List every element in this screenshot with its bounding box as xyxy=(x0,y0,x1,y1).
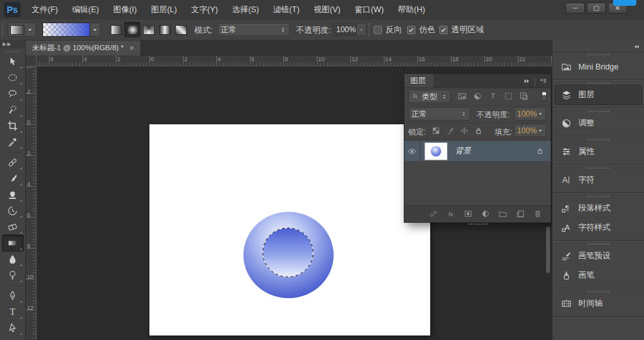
layers-tab[interactable]: 图层 xyxy=(404,74,433,88)
type-filter-button[interactable]: T xyxy=(488,91,498,101)
blend-mode-select[interactable]: 正常 xyxy=(408,108,470,120)
layer-opacity-input[interactable]: 100% xyxy=(514,108,546,120)
sphere-artwork[interactable] xyxy=(232,205,348,308)
panel-collapse-icon[interactable] xyxy=(523,77,531,85)
dock-collapse-icon[interactable] xyxy=(633,43,640,50)
blur-tool[interactable] xyxy=(3,251,23,267)
layer-name[interactable]: 背景 xyxy=(455,146,471,156)
clone-stamp-tool[interactable] xyxy=(3,187,23,203)
ruler-origin-corner[interactable] xyxy=(26,55,37,66)
adjust-circle-button[interactable] xyxy=(481,209,490,218)
dock-button-paragraph-styles[interactable]: ¶段落样式 xyxy=(555,199,641,218)
dock-group-grip[interactable] xyxy=(587,167,609,169)
menu-item-4[interactable]: 图层(L) xyxy=(144,0,184,19)
menu-item-3[interactable]: 图像(I) xyxy=(106,0,144,19)
layers-panel-resize-grip[interactable] xyxy=(404,222,551,226)
dodge-tool[interactable] xyxy=(3,267,23,283)
move-tool[interactable] xyxy=(3,53,23,70)
angle-gradient-button[interactable] xyxy=(140,22,156,37)
mask-button[interactable] xyxy=(464,209,473,218)
maximize-button[interactable]: ▢ xyxy=(587,3,606,14)
layer-thumbnail[interactable] xyxy=(424,142,448,160)
gradient-editor[interactable] xyxy=(43,23,102,37)
lock-transparent-button[interactable] xyxy=(431,126,440,135)
dock-group-grip[interactable] xyxy=(587,196,609,197)
new-layer-button[interactable] xyxy=(516,209,525,218)
smart-filter-button[interactable] xyxy=(519,91,529,101)
lasso-tool[interactable] xyxy=(3,86,23,102)
lock-paint-button[interactable] xyxy=(446,126,455,135)
lock-move-button[interactable] xyxy=(460,126,469,135)
dock-button-brush-panel[interactable]: 画笔 xyxy=(555,266,641,285)
pixel-filter-button[interactable] xyxy=(457,91,467,101)
history-brush-tool[interactable] xyxy=(3,203,23,219)
menu-item-8[interactable]: 视图(V) xyxy=(307,0,348,19)
panel-menu-icon[interactable] xyxy=(539,77,547,85)
menu-item-9[interactable]: 窗口(W) xyxy=(348,0,391,19)
menu-item-7[interactable]: 滤镜(T) xyxy=(266,0,307,19)
dock-group-grip[interactable] xyxy=(587,111,609,112)
tools-collapse-icon[interactable]: ▶▶ xyxy=(0,40,25,48)
layers-panel-header[interactable]: 图层 | xyxy=(404,74,551,88)
gradient-picker-caret[interactable] xyxy=(90,23,100,37)
reflected-gradient-button[interactable] xyxy=(156,22,173,37)
type-tool[interactable]: T xyxy=(3,304,23,320)
eraser-tool[interactable] xyxy=(3,219,23,235)
mode-select[interactable]: 正常 xyxy=(218,23,290,36)
layer-row-background[interactable]: 背景 xyxy=(404,141,551,161)
radial-gradient-button[interactable] xyxy=(124,22,140,37)
dock-button-character[interactable]: A字符 xyxy=(555,171,641,189)
crop-tool[interactable] xyxy=(3,118,23,134)
layer-visibility-toggle[interactable] xyxy=(404,141,421,161)
tab-close-icon[interactable]: × xyxy=(129,44,134,53)
trash-button[interactable] xyxy=(533,209,542,218)
path-selection-tool[interactable] xyxy=(3,320,23,336)
dock-group-grip[interactable] xyxy=(587,54,609,55)
linear-gradient-button[interactable] xyxy=(108,22,124,37)
healing-brush-tool[interactable] xyxy=(3,155,23,171)
透明区域-checkbox[interactable] xyxy=(439,26,448,34)
eyedropper-tool[interactable] xyxy=(3,134,23,150)
shape-tool[interactable] xyxy=(3,336,23,340)
pen-tool[interactable] xyxy=(3,288,23,304)
filter-toggle-button[interactable] xyxy=(542,91,547,101)
menu-item-6[interactable]: 选择(S) xyxy=(225,0,266,19)
document-tab[interactable]: 未标题-1 @ 100%(RGB/8) * × xyxy=(26,41,141,55)
gradient-preview[interactable] xyxy=(43,23,90,37)
dock-button-properties[interactable]: 属性 xyxy=(555,142,641,161)
canvas-scrollbar-thumb[interactable] xyxy=(546,227,550,273)
menu-item-10[interactable]: 帮助(H) xyxy=(391,0,432,19)
反向-checkbox[interactable] xyxy=(374,26,382,34)
fx-button[interactable]: fx xyxy=(446,209,455,218)
dock-group-grip[interactable] xyxy=(587,139,609,140)
quick-selection-tool[interactable] xyxy=(3,102,23,118)
lock-all-button[interactable] xyxy=(474,126,483,135)
tool-preset-picker[interactable] xyxy=(8,23,36,37)
仿色-checkbox[interactable] xyxy=(407,26,415,34)
notification-badge[interactable] xyxy=(613,0,636,6)
diamond-gradient-button[interactable] xyxy=(173,22,189,37)
dock-group-grip[interactable] xyxy=(587,291,609,292)
opacity-input[interactable]: 100% xyxy=(333,23,356,36)
menu-item-1[interactable]: 文件(F) xyxy=(24,0,65,19)
dock-button-mini-bridge[interactable]: Mini Bridge xyxy=(555,57,641,76)
folder-button[interactable] xyxy=(498,209,507,218)
brush-tool[interactable] xyxy=(3,171,23,187)
shape-filter-button[interactable] xyxy=(504,91,513,101)
menu-item-2[interactable]: 编辑(E) xyxy=(65,0,106,19)
vertical-ruler[interactable]: 2024681012 xyxy=(26,66,37,340)
minimize-button[interactable]: ─ xyxy=(565,3,585,14)
dock-button-character-styles[interactable]: A字符样式 xyxy=(555,218,641,237)
fill-input[interactable]: 100% xyxy=(514,124,546,137)
horizontal-ruler[interactable]: 6420246810121416182022 xyxy=(37,55,552,66)
dock-group-grip[interactable] xyxy=(587,82,609,84)
dock-button-layers[interactable]: 图层 xyxy=(555,86,641,104)
menu-item-5[interactable]: 文字(Y) xyxy=(184,0,225,19)
dock-group-grip[interactable] xyxy=(587,243,609,245)
dock-button-brush-presets[interactable]: 画笔预设 xyxy=(555,247,641,265)
gradient-tool[interactable] xyxy=(3,235,23,251)
dock-button-adjustments[interactable]: 调整 xyxy=(555,114,641,133)
link-button[interactable] xyxy=(429,209,438,218)
filter-type-select[interactable]: 类型 xyxy=(408,90,451,103)
opacity-caret[interactable] xyxy=(356,23,366,36)
